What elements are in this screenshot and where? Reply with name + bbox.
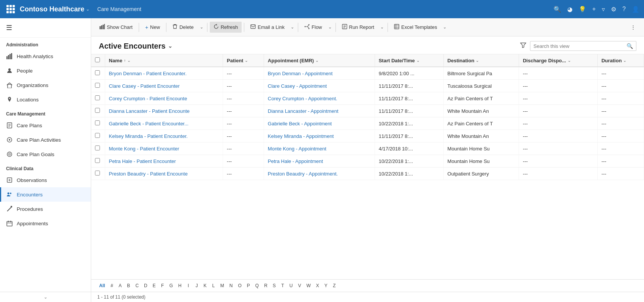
row-name[interactable]: Dianna Lancaster - Patient Encounte [105,105,223,117]
alpha-btn-d[interactable]: D [142,282,149,289]
row-appointment[interactable]: Monte Kong - Appointment [264,142,375,155]
row-name[interactable]: Petra Hale - Patient Encounter [105,155,223,168]
alpha-btn-a[interactable]: A [117,282,123,289]
more-button[interactable]: ⋮ [627,22,639,32]
sidebar-item-encounters[interactable]: Encounters [0,187,91,202]
alpha-btn-r[interactable]: R [262,282,269,289]
alpha-btn-q[interactable]: Q [253,282,261,289]
refresh-button[interactable]: Refresh [210,22,242,33]
delete-dropdown-btn[interactable]: ⌄ [198,22,205,32]
alpha-btn-c[interactable]: C [133,282,141,289]
sidebar-item-procedures[interactable]: Procedures [0,202,91,216]
row-checkbox[interactable] [95,70,100,75]
excel-dropdown-btn[interactable]: ⌄ [441,22,448,32]
row-appointment[interactable]: Preston Beaudry - Appointment. [264,168,375,180]
row-appointment[interactable]: Dianna Lancaster - Appointment [264,105,375,117]
excel-templates-button[interactable]: Excel Templates [390,22,441,33]
alpha-btn-i[interactable]: I [185,282,192,289]
row-appointment[interactable]: Clare Casey - Appointment [264,80,375,92]
sidebar-item-care-plan-goals[interactable]: Care Plan Goals [0,147,91,161]
row-appointment[interactable]: Corey Crumpton - Appointment. [264,92,375,105]
row-appointment[interactable]: Kelsey Miranda - Appointment [264,130,375,142]
alpha-btn-g[interactable]: G [168,282,175,289]
help-icon[interactable]: ? [622,6,626,13]
sidebar-item-appointments[interactable]: Appointments [0,216,91,231]
user-icon[interactable]: 👤 [632,6,639,13]
sidebar-scroll-down-btn[interactable]: ⌄ [0,292,91,302]
alpha-btn-all[interactable]: All [97,282,107,289]
row-checkbox[interactable] [95,120,100,125]
alpha-btn-o[interactable]: O [236,282,243,289]
separator-2 [166,23,166,32]
search-icon[interactable]: 🔍 [554,6,561,13]
alpha-btn-s[interactable]: S [271,282,278,289]
alpha-btn-e[interactable]: E [151,282,158,289]
alpha-btn-f[interactable]: F [159,282,166,289]
search-button[interactable]: 🔍 [627,43,633,49]
row-appointment[interactable]: Bryon Denman - Appointment [264,67,375,80]
app-chevron-icon[interactable]: ⌄ [86,6,90,12]
row-name[interactable]: Monte Kong - Patient Encounter [105,142,223,155]
row-checkbox[interactable] [95,83,100,88]
row-name[interactable]: Preston Beaudry - Patient Encounte [105,168,223,180]
row-appointment[interactable]: Petra Hale - Appointment [264,155,375,168]
alpha-btn-k[interactable]: K [202,282,209,289]
alpha-btn-w[interactable]: W [305,282,313,289]
delete-button[interactable]: Delete [169,22,198,33]
sidebar-item-observations[interactable]: Observations [0,173,91,187]
email-dropdown-btn[interactable]: ⌄ [289,22,296,32]
alpha-btn-v[interactable]: V [296,282,303,289]
alpha-btn-u[interactable]: U [288,282,295,289]
sidebar-item-health-analytics[interactable]: Health Analytics [0,49,91,63]
new-button[interactable]: + New [141,22,164,33]
row-checkbox[interactable] [95,108,100,113]
alpha-btn-l[interactable]: L [210,282,217,289]
alpha-btn-p[interactable]: P [245,282,252,289]
row-checkbox[interactable] [95,133,100,138]
search-input[interactable] [533,43,627,49]
alpha-btn-x[interactable]: X [314,282,321,289]
sidebar-item-care-plans[interactable]: Care Plans [0,118,91,133]
sidebar: ☰ Administration Health Analytics People [0,18,91,302]
row-checkbox[interactable] [95,158,100,163]
row-appointment[interactable]: Gabrielle Beck - Appointment [264,117,375,130]
show-chart-button[interactable]: Show Chart [96,22,136,33]
view-filter-icon[interactable] [520,43,526,49]
sidebar-item-people[interactable]: People [0,63,91,78]
row-name[interactable]: Gabrielle Beck - Patient Encounter... [105,117,223,130]
row-name[interactable]: Kelsey Miranda - Patient Encounter. [105,130,223,142]
view-title-chevron-icon[interactable]: ⌄ [168,43,172,49]
run-report-dropdown-btn[interactable]: ⌄ [379,22,385,32]
flow-button[interactable]: Flow [301,22,326,33]
alpha-btn-y[interactable]: Y [323,282,329,289]
alpha-btn-m[interactable]: M [218,282,226,289]
row-checkbox[interactable] [95,171,100,176]
contact-icon[interactable]: ◕ [567,6,573,13]
select-all-checkbox[interactable] [95,57,100,62]
run-report-button[interactable]: Run Report [338,22,378,33]
row-name[interactable]: Bryon Denman - Patient Encounter. [105,67,223,80]
add-icon[interactable]: + [592,6,596,13]
waffle-menu[interactable] [5,3,17,15]
row-name[interactable]: Corey Crumpton - Patient Encounte [105,92,223,105]
sidebar-toggle-btn[interactable]: ☰ [0,18,91,38]
flow-dropdown-btn[interactable]: ⌄ [327,22,333,32]
alpha-btn-#[interactable]: # [108,282,115,289]
sidebar-item-care-plan-activities[interactable]: Care Plan Activities [0,133,91,147]
filter-icon-nav[interactable]: ▿ [602,6,605,13]
sidebar-item-locations[interactable]: Locations [0,92,91,107]
alpha-btn-n[interactable]: N [228,282,235,289]
email-link-button[interactable]: Email a Link [247,22,288,32]
alpha-btn-h[interactable]: H [176,282,184,289]
alpha-btn-z[interactable]: Z [331,282,338,289]
row-name[interactable]: Clare Casey - Patient Encounter [105,80,223,92]
row-checkbox[interactable] [95,95,100,100]
row-checkbox[interactable] [95,145,100,150]
settings-icon[interactable]: ⚙ [611,6,616,13]
lightbulb-icon[interactable]: 💡 [579,6,586,13]
sidebar-item-organizations[interactable]: Organizations [0,78,91,92]
alpha-btn-j[interactable]: J [193,282,200,289]
alpha-btn-t[interactable]: T [279,282,286,289]
svg-point-19 [8,193,9,194]
alpha-btn-b[interactable]: B [125,282,132,289]
